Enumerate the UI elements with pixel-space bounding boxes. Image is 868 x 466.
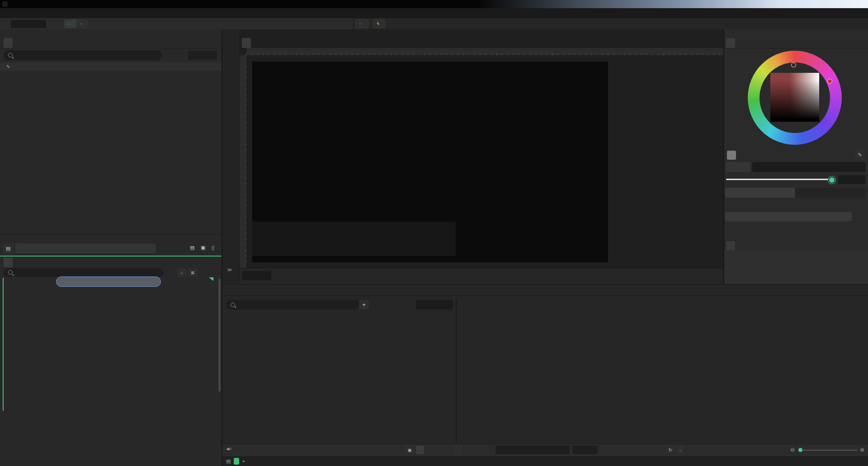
- status-bar: ▤ ●: [222, 456, 868, 466]
- attribute-search-input[interactable]: [15, 269, 159, 276]
- layer-search-input[interactable]: [238, 302, 355, 308]
- hue-indicator[interactable]: [791, 62, 796, 67]
- clear-filter-button[interactable]: ⊠: [188, 268, 197, 277]
- try-pro-button[interactable]: ϟ: [373, 19, 386, 28]
- menu-bar: [0, 8, 868, 18]
- right-panel: ✎: [723, 29, 868, 284]
- corner-marker: [209, 277, 213, 281]
- time-editor-button[interactable]: [416, 446, 424, 454]
- app-logo-icon: [2, 1, 8, 7]
- hex-mode-dropdown[interactable]: [726, 162, 750, 172]
- individual-icon: ▫: [80, 21, 82, 26]
- group-icon: ∷: [68, 21, 71, 26]
- jump-icon[interactable]: →: [676, 446, 684, 454]
- message-count-badge[interactable]: [234, 458, 239, 465]
- search-icon: [8, 53, 13, 57]
- tab-color[interactable]: [726, 38, 735, 48]
- align-panel-body: [724, 250, 868, 284]
- layer-accent-line: [3, 278, 4, 411]
- timeline-zoom-knob[interactable]: [798, 448, 802, 452]
- viewport-tool-column: ≫: [222, 29, 240, 284]
- timeline-panel: + ◀≡ ▣ ↻: [222, 284, 868, 456]
- hex-field[interactable]: [752, 162, 865, 172]
- tab-align[interactable]: [726, 241, 735, 250]
- project-list-button[interactable]: ▤: [3, 243, 14, 253]
- filter-zoom-button[interactable]: ⌂: [177, 268, 186, 277]
- collapse-panel-icon[interactable]: ◀≡: [226, 447, 231, 451]
- search-icon: [231, 303, 235, 307]
- tab-attribute-editor[interactable]: [4, 257, 13, 267]
- color-indicator[interactable]: [827, 79, 832, 84]
- timeline-footer: ◀≡ ▣ ↻ → ⊖ ⊕: [222, 444, 868, 456]
- tab-add-layers[interactable]: [749, 38, 758, 48]
- vertical-ruler: [240, 55, 246, 284]
- frame-filter-field[interactable]: [416, 300, 453, 309]
- asset-search[interactable]: [4, 50, 162, 60]
- composition-canvas[interactable]: [252, 62, 608, 262]
- tab-generator[interactable]: [796, 188, 865, 198]
- shortcut-overlay: [252, 222, 456, 256]
- color-square[interactable]: [770, 73, 819, 122]
- graph-editor-button[interactable]: [454, 446, 462, 454]
- tools-overflow-icon[interactable]: ≫: [227, 267, 232, 273]
- alpha-slider-knob[interactable]: [828, 176, 835, 184]
- console-icon[interactable]: ▤: [226, 458, 231, 464]
- dope-sheet-button[interactable]: ▣: [405, 446, 414, 454]
- lightning-icon: ϟ: [377, 21, 379, 26]
- eyedropper-button[interactable]: ✎: [854, 150, 865, 160]
- add-layer-button[interactable]: +: [359, 300, 369, 309]
- application-window: ∷ ▫ ∷ ϟ: [0, 0, 868, 466]
- timeline-zoom-track[interactable]: [799, 450, 857, 451]
- project-set-dropdown[interactable]: [15, 243, 156, 253]
- search-icon: [8, 270, 13, 275]
- zoom-in-icon[interactable]: ⊕: [860, 447, 864, 453]
- title-bar: [0, 0, 868, 8]
- horizontal-ruler: [246, 48, 723, 55]
- current-color-swatch: [727, 151, 736, 160]
- sort-order-dropdown[interactable]: [188, 51, 217, 60]
- group-mode-button[interactable]: ∷: [64, 19, 76, 28]
- alpha-slider[interactable]: [726, 179, 834, 180]
- attribute-search[interactable]: [4, 268, 164, 277]
- keyframe-layer-dropdown[interactable]: [495, 446, 570, 454]
- trash-icon[interactable]: ▯: [212, 245, 214, 251]
- asset-search-input[interactable]: [15, 52, 157, 58]
- layer-search[interactable]: [226, 300, 360, 309]
- snap-angle-field[interactable]: [11, 20, 46, 28]
- swatch-group-dropdown[interactable]: [725, 212, 852, 221]
- eyedropper-icon: ✎: [6, 64, 10, 69]
- zoom-out-icon[interactable]: ⊖: [790, 447, 795, 453]
- keyframe-frame-field[interactable]: [572, 446, 598, 454]
- zoom-dropdown[interactable]: [242, 271, 271, 280]
- demo-scenes-icon: ∷: [359, 22, 362, 26]
- pane-splitter[interactable]: [456, 298, 457, 443]
- main-toolbar: ∷ ▫ ∷ ϟ: [0, 18, 868, 30]
- tab-swatches[interactable]: [725, 188, 795, 198]
- individual-mode-button[interactable]: ▫: [76, 19, 88, 28]
- folder-icon[interactable]: ▤: [190, 245, 194, 251]
- status-dot: ●: [242, 459, 245, 463]
- tab-composition-1[interactable]: [242, 38, 251, 48]
- copy-icon[interactable]: ▣: [201, 245, 205, 251]
- file-country-button[interactable]: [56, 276, 161, 287]
- viewport-panel: [240, 29, 723, 284]
- demo-scenes-button[interactable]: ∷: [355, 19, 368, 28]
- left-panel: ✎ ▤ ▤ ▣ ▯ ⌂ ⊠: [0, 29, 222, 466]
- tab-assets[interactable]: [4, 38, 13, 48]
- alpha-field[interactable]: [838, 175, 865, 184]
- attribute-scrollbar[interactable]: [218, 279, 221, 392]
- cycle-icon[interactable]: ↻: [666, 446, 675, 454]
- viewport-footer: [240, 268, 723, 285]
